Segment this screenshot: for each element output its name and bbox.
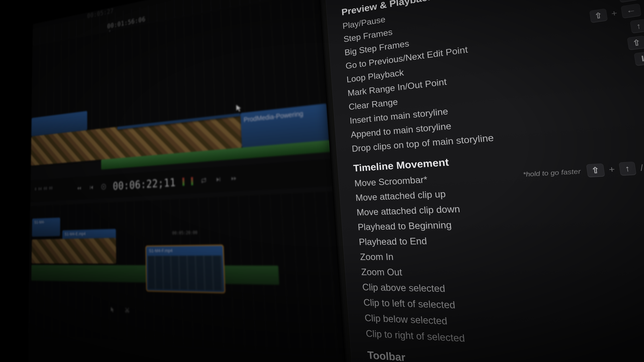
key-cap: ⇧ <box>627 35 644 50</box>
shortcut-label: Zoom In <box>360 251 394 262</box>
shortcut-label: Clip to left of selected <box>363 297 456 311</box>
screen-plane: 00:05:27 00:01:56:06 X - Slow Shutter.mp… <box>28 0 644 362</box>
audio-meter <box>182 178 184 186</box>
shortcut-label: Move Scroombar* <box>354 174 428 189</box>
key-cap: ↑ <box>619 162 636 176</box>
key-cap: ↑ <box>630 19 644 33</box>
clip-thumbnails <box>148 256 223 291</box>
selected-clip[interactable]: S1-M4-F.mp4 <box>146 246 224 292</box>
shortcut-label: Clip to right of selected <box>366 328 466 344</box>
key-cap: ⇧ <box>586 163 605 177</box>
clip[interactable]: S1-M4- <box>32 218 60 237</box>
audio-meter <box>191 177 193 185</box>
loop-icon[interactable] <box>200 176 208 185</box>
skip-back-icon[interactable] <box>88 183 94 192</box>
shortcut-footnote: *hold to go faster <box>522 167 581 178</box>
shortcut-row: Zoom In= <box>360 247 644 265</box>
shortcut-label: Clip above selected <box>362 282 446 294</box>
clip-title: X - Slow Shutter.mp4 <box>120 114 169 126</box>
shortcut-label: Move attached clip down <box>356 203 460 218</box>
shortcuts-sections: Preview & PlaybackPlay/PauseSpaceorKStep… <box>341 0 644 362</box>
clip-title: ProdMedia-Powering <box>244 110 304 124</box>
shortcut-label: Clip below selected <box>364 312 448 327</box>
ruler-timecode: 00:05:27 <box>87 7 114 19</box>
timeline-lower-storyline[interactable]: 00:05:20:00 S1-M4- S1-M4-E.mp4 S1-M4-F.m… <box>28 190 366 356</box>
mouse-cursor-icon <box>236 104 242 112</box>
ruler-timecode: 00:05:20:00 <box>172 230 198 236</box>
key-cap: I <box>634 51 644 66</box>
fast-forward-icon[interactable] <box>230 174 238 183</box>
clip-thumbnails[interactable] <box>32 238 116 264</box>
separator-slash: / <box>639 163 644 173</box>
clip-title: S1-M4- <box>34 220 45 225</box>
shortcut-label: Zoom Out <box>361 267 402 278</box>
shortcut-label: Playhead to Beginning <box>358 219 452 232</box>
play-outline-icon[interactable] <box>100 183 107 191</box>
mini-timecode: 0 04 00 00 <box>35 186 53 191</box>
shortcut-label: Move attached clip up <box>355 189 446 203</box>
blade-tool-icon[interactable] <box>124 306 131 315</box>
timeline-toolbar <box>109 305 131 315</box>
key-cap: ← <box>621 3 642 18</box>
separator-plus: + <box>610 8 619 18</box>
key-cap: ⇧ <box>589 8 608 23</box>
skip-forward-icon[interactable] <box>214 175 223 184</box>
clip-title: S1-M4-E.mp4 <box>64 231 86 237</box>
screenshot-scene: 00:05:27 00:01:56:06 X - Slow Shutter.mp… <box>0 0 644 362</box>
video-editor-background: 00:05:27 00:01:56:06 X - Slow Shutter.mp… <box>28 0 370 362</box>
separator-plus: + <box>607 164 616 175</box>
adjacent-clip[interactable]: ProdMedia-Powering <box>240 103 329 147</box>
rewind-icon[interactable] <box>76 184 82 192</box>
clip-title: S1-M4-F.mp4 <box>149 248 172 253</box>
selection-tool-icon[interactable] <box>109 305 116 314</box>
clip-title-bar: X - Slow Shutter.mp4 <box>117 113 240 130</box>
transport-timecode: 00:06:22;11 <box>113 176 176 192</box>
shortcut-label: Playhead to End <box>358 236 427 247</box>
keyboard-shortcuts-panel: Keyboard Shortcuts Preview & PlaybackPla… <box>324 0 644 362</box>
